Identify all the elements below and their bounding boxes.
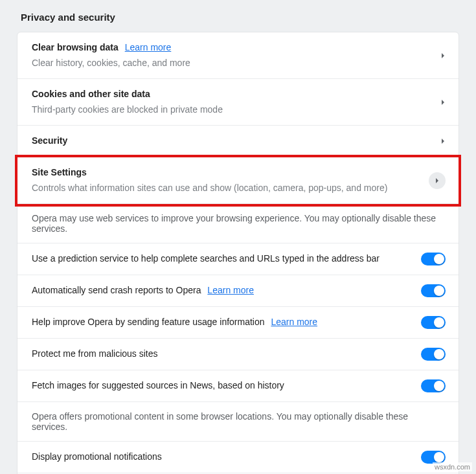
- row-prediction-service: Use a prediction service to help complet…: [17, 243, 459, 275]
- chevron-right-icon: [440, 53, 446, 58]
- chevron-right-icon: [440, 100, 446, 105]
- promo-notifications-label: Display promotional notifications: [32, 451, 421, 464]
- info-services-text: Opera may use web services to improve yo…: [32, 213, 446, 234]
- row-info-promo: Opera offers promotional content in some…: [17, 402, 459, 442]
- crash-learn-more-link[interactable]: Learn more: [207, 285, 254, 295]
- clear-data-title: Clear browsing data: [32, 42, 119, 52]
- clear-data-subtitle: Clear history, cookies, cache, and more: [32, 57, 440, 70]
- protect-label: Protect me from malicious sites: [32, 348, 421, 361]
- site-settings-title: Site Settings: [32, 166, 429, 179]
- row-usage-info: Help improve Opera by sending feature us…: [17, 307, 459, 339]
- row-crash-reports: Automatically send crash reports to Oper…: [17, 275, 459, 307]
- cookies-title: Cookies and other site data: [32, 88, 440, 101]
- toggle-prediction[interactable]: [421, 253, 446, 265]
- row-cookies[interactable]: Cookies and other site data Third-party …: [17, 79, 459, 126]
- watermark: wsxdn.com: [433, 462, 472, 471]
- row-clear-browsing-data[interactable]: Clear browsing data Learn more Clear his…: [17, 32, 459, 79]
- row-promo-notifications: Display promotional notifications: [17, 442, 459, 473]
- site-settings-subtitle: Controls what information sites can use …: [32, 182, 429, 195]
- row-security[interactable]: Security: [17, 126, 459, 157]
- clear-data-learn-more-link[interactable]: Learn more: [125, 42, 172, 52]
- section-title: Privacy and security: [21, 12, 459, 23]
- row-protect-malicious: Protect me from malicious sites: [17, 339, 459, 370]
- toggle-usage-info[interactable]: [421, 316, 446, 329]
- row-info-services: Opera may use web services to improve yo…: [17, 204, 459, 243]
- crash-label: Automatically send crash reports to Oper…: [32, 285, 201, 295]
- row-site-settings[interactable]: Site Settings Controls what information …: [17, 157, 459, 204]
- toggle-crash-reports[interactable]: [421, 284, 446, 297]
- toggle-protect[interactable]: [421, 348, 446, 361]
- usage-label: Help improve Opera by sending feature us…: [32, 317, 265, 327]
- chevron-circle: [429, 172, 446, 189]
- chevron-right-icon: [440, 139, 446, 144]
- cookies-subtitle: Third-party cookies are blocked in priva…: [32, 104, 440, 117]
- chevron-right-icon: [435, 178, 440, 183]
- usage-learn-more-link[interactable]: Learn more: [271, 317, 317, 327]
- prediction-label: Use a prediction service to help complet…: [32, 253, 421, 265]
- toggle-news-images[interactable]: [421, 379, 446, 392]
- news-images-label: Fetch images for suggested sources in Ne…: [32, 379, 421, 392]
- security-title: Security: [32, 135, 440, 148]
- row-fetch-news-images: Fetch images for suggested sources in Ne…: [17, 370, 459, 402]
- info-promo-text: Opera offers promotional content in some…: [32, 411, 446, 432]
- settings-card: Clear browsing data Learn more Clear his…: [17, 32, 459, 474]
